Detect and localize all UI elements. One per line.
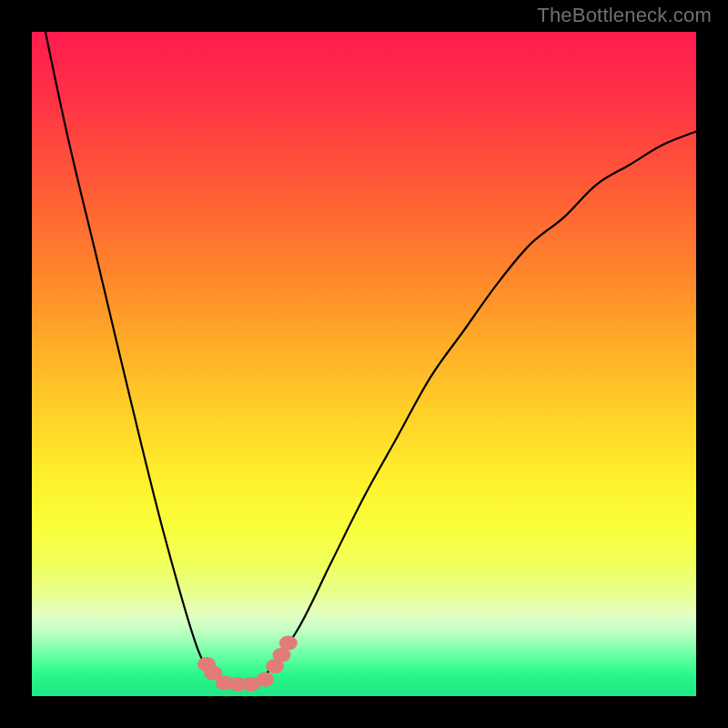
bottleneck-curve — [32, 32, 696, 683]
curve-marker — [256, 672, 274, 687]
chart-container: TheBottleneck.com — [0, 0, 728, 728]
curve-layer — [32, 32, 696, 696]
curve-marker — [279, 636, 298, 651]
marker-group — [197, 636, 298, 692]
plot-area — [32, 32, 696, 696]
watermark-text: TheBottleneck.com — [537, 4, 712, 27]
